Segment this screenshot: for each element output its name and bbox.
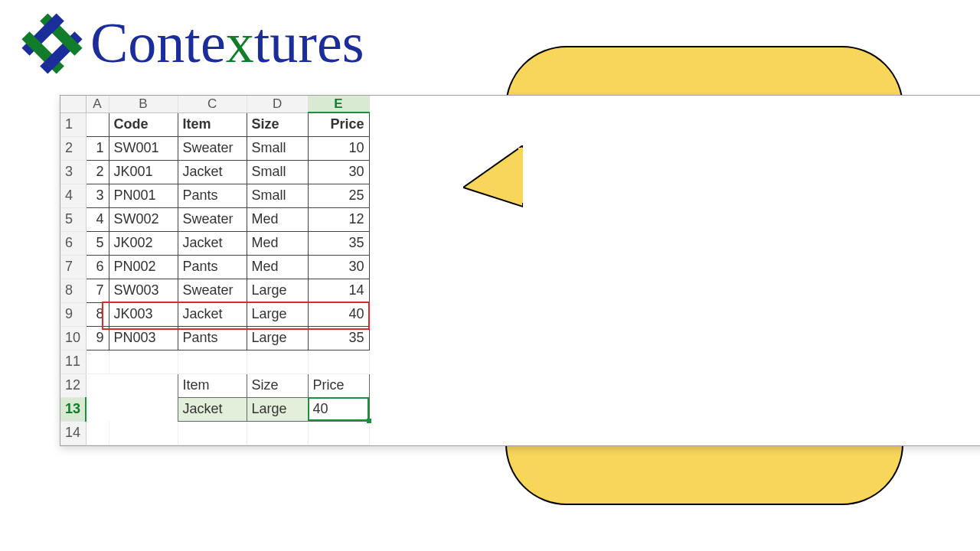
svg-marker-6 — [463, 145, 523, 207]
cell-E7[interactable]: 30 — [308, 255, 369, 279]
row-7[interactable]: 76PN002PantsMed30 — [60, 255, 369, 279]
cell-D5[interactable]: Med — [247, 207, 308, 231]
cell-B3[interactable]: JK001 — [109, 160, 178, 184]
row-header-2[interactable]: 2 — [60, 136, 86, 160]
cell-A9[interactable]: 8 — [86, 302, 109, 326]
cell-B1[interactable]: Code — [109, 112, 178, 136]
cell-E8[interactable]: 14 — [308, 279, 369, 302]
row-header-8[interactable]: 8 — [60, 279, 86, 302]
cell-C3[interactable]: Jacket — [178, 160, 247, 184]
cell-E9[interactable]: 40 — [308, 302, 369, 326]
cell-D13[interactable]: Large — [247, 397, 308, 421]
row-3[interactable]: 32JK001JacketSmall30 — [60, 160, 369, 184]
cell-D8[interactable]: Large — [247, 279, 308, 302]
row-8[interactable]: 87SW003SweaterLarge14 — [60, 279, 369, 302]
row-header-4[interactable]: 4 — [60, 184, 86, 207]
cell-A8[interactable]: 7 — [86, 279, 109, 302]
row-1[interactable]: 1 Code Item Size Price — [60, 112, 369, 136]
cell-D1[interactable]: Size — [247, 112, 308, 136]
cell-A10[interactable]: 9 — [86, 326, 109, 350]
cell-A7[interactable]: 6 — [86, 255, 109, 279]
cell-B5[interactable]: SW002 — [109, 207, 178, 231]
cell-C10[interactable]: Pants — [178, 326, 247, 350]
cell-B8[interactable]: SW003 — [109, 279, 178, 302]
cell-D6[interactable]: Med — [247, 231, 308, 255]
row-4[interactable]: 43PN001PantsSmall25 — [60, 184, 369, 207]
cell-E3[interactable]: 30 — [308, 160, 369, 184]
brand-name: Contextures — [90, 11, 364, 76]
fill-handle[interactable] — [367, 419, 371, 423]
cell-B6[interactable]: JK002 — [109, 231, 178, 255]
row-10[interactable]: 109PN003PantsLarge35 — [60, 326, 369, 350]
row-2[interactable]: 21SW001SweaterSmall10 — [60, 136, 369, 160]
cell-C9[interactable]: Jacket — [178, 302, 247, 326]
row-header-3[interactable]: 3 — [60, 160, 86, 184]
row-header-9[interactable]: 9 — [60, 302, 86, 326]
col-header-E[interactable]: E — [308, 96, 369, 112]
cell-D7[interactable]: Med — [247, 255, 308, 279]
cell-C7[interactable]: Pants — [178, 255, 247, 279]
row-14[interactable]: 14 — [60, 421, 369, 445]
cell-E2[interactable]: 10 — [308, 136, 369, 160]
row-6[interactable]: 65JK002JacketMed35 — [60, 231, 369, 255]
cell-E13[interactable]: 40 — [308, 397, 369, 421]
cell-C13[interactable]: Jacket — [178, 397, 247, 421]
col-header-C[interactable]: C — [178, 96, 247, 112]
cell-C2[interactable]: Sweater — [178, 136, 247, 160]
col-header-A[interactable]: A — [86, 96, 109, 112]
cell-B9[interactable]: JK003 — [109, 302, 178, 326]
cell-D10[interactable]: Large — [247, 326, 308, 350]
row-header-11[interactable]: 11 — [60, 350, 86, 373]
row-header-14[interactable]: 14 — [60, 421, 86, 445]
cell-C4[interactable]: Pants — [178, 184, 247, 207]
column-header-row[interactable]: A B C D E — [60, 96, 369, 112]
cell-B4[interactable]: PN001 — [109, 184, 178, 207]
cell-A1[interactable] — [86, 112, 109, 136]
cell-D2[interactable]: Small — [247, 136, 308, 160]
cell-E6[interactable]: 35 — [308, 231, 369, 255]
svg-rect-7 — [518, 148, 523, 203]
weave-icon — [21, 13, 83, 74]
row-5[interactable]: 54SW002SweaterMed12 — [60, 207, 369, 231]
row-header-12[interactable]: 12 — [60, 373, 86, 397]
cell-E5[interactable]: 12 — [308, 207, 369, 231]
row-9[interactable]: 98JK003JacketLarge40 — [60, 302, 369, 326]
cell-A6[interactable]: 5 — [86, 231, 109, 255]
cell-A2[interactable]: 1 — [86, 136, 109, 160]
row-header-5[interactable]: 5 — [60, 207, 86, 231]
cell-D4[interactable]: Small — [247, 184, 308, 207]
col-header-D[interactable]: D — [247, 96, 308, 112]
row-header-1[interactable]: 1 — [60, 112, 86, 136]
cell-E4[interactable]: 25 — [308, 184, 369, 207]
row-11[interactable]: 11 — [60, 350, 369, 373]
row-header-10[interactable]: 10 — [60, 326, 86, 350]
cell-B10[interactable]: PN003 — [109, 326, 178, 350]
row-header-6[interactable]: 6 — [60, 231, 86, 255]
cell-D12[interactable]: Size — [247, 373, 308, 397]
cell-E12[interactable]: Price — [308, 373, 369, 397]
cell-B7[interactable]: PN002 — [109, 255, 178, 279]
row-header-13[interactable]: 13 — [60, 397, 86, 421]
row-13[interactable]: 13JacketLarge40 — [60, 397, 369, 421]
col-header-B[interactable]: B — [109, 96, 178, 112]
cell-B2[interactable]: SW001 — [109, 136, 178, 160]
row-header-7[interactable]: 7 — [60, 255, 86, 279]
brand-logo: Contextures — [21, 11, 364, 76]
cell-E1[interactable]: Price — [308, 112, 369, 136]
select-all-corner[interactable] — [60, 96, 86, 112]
row-12[interactable]: 12ItemSizePrice — [60, 373, 369, 397]
cell-C8[interactable]: Sweater — [178, 279, 247, 302]
cell-A4[interactable]: 3 — [86, 184, 109, 207]
cell-C1[interactable]: Item — [178, 112, 247, 136]
cell-C12[interactable]: Item — [178, 373, 247, 397]
cell-C6[interactable]: Jacket — [178, 231, 247, 255]
cell-D3[interactable]: Small — [247, 160, 308, 184]
cell-D9[interactable]: Large — [247, 302, 308, 326]
cell-C5[interactable]: Sweater — [178, 207, 247, 231]
cell-A5[interactable]: 4 — [86, 207, 109, 231]
cell-E10[interactable]: 35 — [308, 326, 369, 350]
cell-A3[interactable]: 2 — [86, 160, 109, 184]
